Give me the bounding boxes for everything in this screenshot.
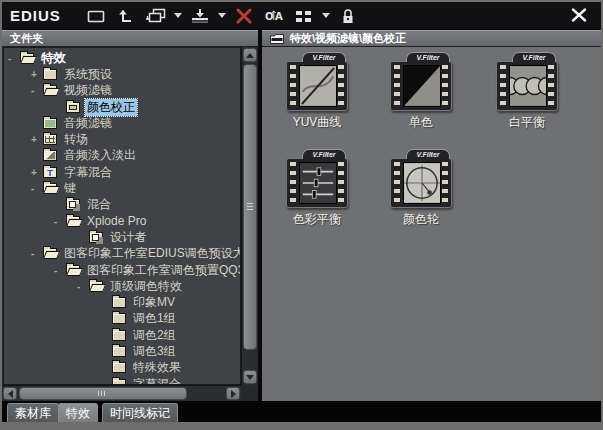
effects-panel-header: 特效\视频滤镜\颜色校正 — [262, 30, 601, 47]
scroll-down-button[interactable] — [243, 370, 257, 384]
horizontal-scroll-thumb[interactable] — [19, 387, 187, 400]
scroll-right-button[interactable] — [226, 387, 240, 400]
breadcrumb: 特效\视频滤镜\颜色校正 — [290, 31, 406, 46]
toolbar: O A — [83, 5, 361, 27]
effect-thumbnail — [286, 61, 348, 111]
close-button[interactable] — [567, 6, 591, 26]
effect-thumbnail — [390, 158, 452, 208]
view-mode-button[interactable] — [291, 5, 317, 27]
tree-item-yinxiang-mv[interactable]: 印象MV — [4, 294, 240, 310]
view-mode-dropdown[interactable] — [321, 5, 331, 27]
filmstrip-holes — [338, 162, 344, 204]
tree-item-system-presets[interactable]: +系统预设 — [4, 66, 240, 82]
expand-marker[interactable]: - — [31, 183, 43, 194]
duplicate-folder-icon — [145, 7, 167, 25]
delete-button[interactable] — [231, 5, 257, 27]
expand-marker[interactable]: - — [8, 53, 20, 64]
folder-icon — [112, 330, 126, 341]
effect-label: YUV曲线 — [286, 114, 348, 131]
vfilter-badge: V.Filter — [406, 52, 450, 62]
thumb-grip — [247, 203, 253, 210]
expand-marker[interactable]: - — [54, 216, 66, 227]
vertical-scrollbar[interactable] — [241, 47, 258, 385]
filmstrip-holes — [394, 162, 400, 204]
view-mode-icon — [294, 7, 314, 25]
tab-material-library[interactable]: 素材库 — [7, 403, 59, 422]
effect-label: 颜色轮 — [390, 211, 452, 228]
effect-item-monochrome[interactable]: V.Filter 单色 — [390, 52, 452, 131]
app-title: EDIUS — [10, 7, 61, 24]
duplicate-folder-button[interactable] — [143, 5, 169, 27]
filmstrip-holes — [394, 65, 400, 107]
arrow-up-icon — [246, 53, 254, 58]
tree-item-audio-fade[interactable]: 音频淡入淡出 — [4, 148, 240, 164]
new-folder-icon — [86, 7, 106, 25]
tree-item-blend[interactable]: 混合 — [4, 197, 240, 213]
folder-open-icon — [66, 265, 80, 276]
lock-button[interactable] — [335, 5, 361, 27]
tree-item-texiao[interactable]: -特效 — [4, 50, 240, 66]
effect-label: 色彩平衡 — [286, 211, 348, 228]
tree-item-audio-filters[interactable]: 音频滤镜 — [4, 115, 240, 131]
tree-item-top-grading[interactable]: -顶级调色特效 — [4, 278, 240, 294]
tree-item-grade-group3[interactable]: 调色3组 — [4, 343, 240, 359]
tree-item-color-correction-selected[interactable]: 颜色校正 — [4, 99, 240, 115]
tree-item-key[interactable]: -键 — [4, 180, 240, 196]
expand-marker[interactable]: + — [31, 167, 43, 178]
title-folder-icon — [43, 167, 57, 178]
effect-item-color-balance[interactable]: V.Filter 色彩平衡 — [286, 149, 348, 228]
effect-item-white-balance[interactable]: V.Filter 白平衡 — [496, 52, 558, 131]
effect-thumbnail — [286, 158, 348, 208]
tree-item-xplode-pro[interactable]: -Xplode Pro — [4, 213, 240, 229]
duplicate-folder-dropdown[interactable] — [173, 5, 183, 27]
effect-thumbnail — [496, 61, 558, 111]
horizontal-scrollbar[interactable] — [2, 385, 241, 401]
tree-item-title-mixer[interactable]: +字幕混合 — [4, 164, 240, 180]
folder-icon — [112, 313, 126, 324]
tree-item-grade-group1[interactable]: 调色1组 — [4, 311, 240, 327]
svg-text:A: A — [275, 11, 283, 22]
expand-marker[interactable]: - — [77, 281, 89, 292]
close-icon — [571, 8, 587, 22]
move-up-folder-icon — [117, 7, 135, 25]
filmstrip-holes — [442, 65, 448, 107]
sort-by-name-icon: O A — [264, 7, 284, 25]
tree-item-special-effects[interactable]: 特殊效果 — [4, 360, 240, 376]
chevron-down-icon — [174, 13, 182, 18]
move-up-folder-button[interactable] — [113, 5, 139, 27]
expand-marker[interactable]: - — [31, 248, 43, 259]
tree-item-video-filters[interactable]: -视频滤镜 — [4, 83, 240, 99]
tree-item-title-mix2[interactable]: 字幕混合 — [4, 376, 240, 385]
folder-tree: -特效 +系统预设 -视频滤镜 颜色校正 音频滤镜 +转场 音频淡入淡出 +字幕… — [3, 47, 241, 385]
sort-by-name-button[interactable]: O A — [261, 5, 287, 27]
tab-effects[interactable]: 特效 — [58, 403, 98, 422]
effect-label: 白平衡 — [496, 114, 558, 131]
effect-thumbnail — [390, 61, 452, 111]
color-wheel-art — [403, 162, 441, 204]
scroll-up-button[interactable] — [243, 48, 257, 62]
effect-item-yuv-curve[interactable]: V.Filter YUV曲线 — [286, 52, 348, 131]
tree-item-grade-group2[interactable]: 调色2组 — [4, 327, 240, 343]
delete-x-icon — [235, 7, 253, 25]
expand-marker[interactable]: - — [54, 265, 66, 276]
import-preset-button[interactable] — [187, 5, 213, 27]
monochrome-art — [403, 65, 441, 107]
white-balance-art — [509, 65, 547, 107]
tree-item-designer[interactable]: 设计者 — [4, 229, 240, 245]
scroll-left-button[interactable] — [3, 387, 17, 400]
filmstrip-holes — [290, 65, 296, 107]
tree-item-tuke-qq[interactable]: -图客印象工作室调色预置QQ36 — [4, 262, 240, 278]
expand-marker[interactable]: - — [31, 85, 43, 96]
tree-item-transitions[interactable]: +转场 — [4, 131, 240, 147]
expand-marker[interactable]: + — [31, 69, 43, 80]
expand-marker[interactable]: + — [31, 134, 43, 145]
import-preset-dropdown[interactable] — [217, 5, 227, 27]
transition-folder-icon — [43, 134, 57, 145]
audio-folder-icon — [43, 118, 57, 129]
effect-item-color-wheel[interactable]: V.Filter 颜色轮 — [390, 149, 452, 228]
folder-panel-title: 文件夹 — [10, 31, 43, 46]
new-folder-button[interactable] — [83, 5, 109, 27]
vertical-scroll-thumb[interactable] — [243, 64, 257, 350]
tab-timeline-markers[interactable]: 时间线标记 — [102, 403, 178, 422]
tree-item-tuke-presets[interactable]: -图客印象工作室EDIUS调色预设大 — [4, 246, 240, 262]
